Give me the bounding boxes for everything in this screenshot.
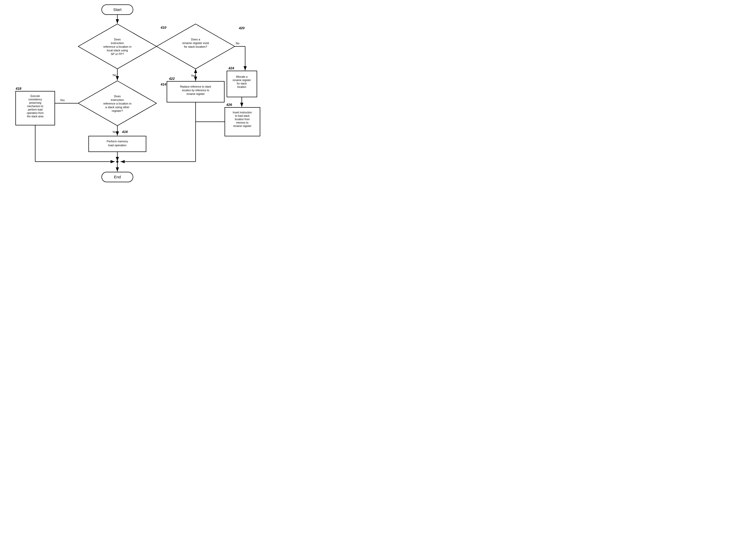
svg-text:Execute: Execute — [31, 95, 40, 97]
svg-text:location from: location from — [235, 118, 250, 121]
svg-text:Perform memory: Perform memory — [107, 140, 128, 143]
svg-text:location: location — [237, 86, 246, 88]
svg-point-78 — [116, 160, 118, 163]
svg-text:No: No — [236, 42, 239, 45]
svg-text:instruction: instruction — [111, 41, 124, 45]
svg-text:420: 420 — [238, 26, 245, 30]
svg-text:424: 424 — [228, 66, 234, 70]
svg-text:No: No — [113, 74, 116, 77]
svg-text:load operation: load operation — [108, 144, 127, 147]
svg-text:Does a: Does a — [191, 38, 201, 41]
svg-text:rename register: rename register — [186, 93, 205, 95]
svg-text:operation from: operation from — [27, 111, 44, 114]
svg-text:mechanism to: mechanism to — [27, 105, 44, 108]
svg-text:a stack using other: a stack using other — [105, 105, 130, 109]
svg-text:consistency: consistency — [29, 98, 42, 101]
svg-text:No: No — [113, 130, 116, 134]
svg-text:Start: Start — [113, 7, 122, 12]
svg-text:Does: Does — [114, 95, 121, 98]
svg-text:instruction: instruction — [111, 98, 124, 101]
svg-text:Yes: Yes — [60, 99, 65, 102]
svg-text:for stack: for stack — [237, 82, 247, 85]
svg-text:418: 418 — [15, 87, 21, 90]
svg-text:Replace reference to stack: Replace reference to stack — [180, 85, 212, 88]
svg-text:location by reference to: location by reference to — [182, 89, 209, 92]
svg-text:410: 410 — [160, 26, 166, 30]
flowchart-diagram: Start Does instruction reference a locat… — [0, 0, 261, 195]
svg-text:Does: Does — [114, 38, 121, 41]
svg-text:Allocate a: Allocate a — [236, 75, 248, 78]
svg-text:the stack area: the stack area — [27, 115, 44, 118]
svg-text:reference a location in: reference a location in — [103, 45, 131, 48]
svg-text:memory to: memory to — [236, 121, 249, 124]
svg-text:register?: register? — [112, 109, 123, 112]
svg-text:local stack using: local stack using — [107, 49, 128, 52]
svg-text:422: 422 — [169, 77, 175, 81]
svg-text:rename register: rename register — [233, 125, 252, 128]
svg-text:rename register exist: rename register exist — [182, 41, 209, 45]
svg-text:for stack location?: for stack location? — [184, 45, 207, 48]
svg-text:Insert instruction: Insert instruction — [233, 111, 252, 114]
svg-text:Yes: Yes — [191, 74, 195, 77]
svg-text:perform load: perform load — [28, 108, 43, 111]
svg-text:426: 426 — [226, 103, 232, 107]
svg-text:reference a location in: reference a location in — [103, 102, 131, 105]
svg-text:to load stack: to load stack — [235, 114, 250, 117]
svg-text:rename register: rename register — [233, 79, 251, 82]
svg-rect-68 — [167, 81, 224, 102]
svg-text:414: 414 — [160, 82, 166, 86]
svg-text:preserving: preserving — [29, 101, 41, 104]
svg-text:SP or FP?: SP or FP? — [111, 52, 124, 55]
svg-text:End: End — [114, 175, 121, 179]
svg-text:416: 416 — [122, 130, 128, 134]
